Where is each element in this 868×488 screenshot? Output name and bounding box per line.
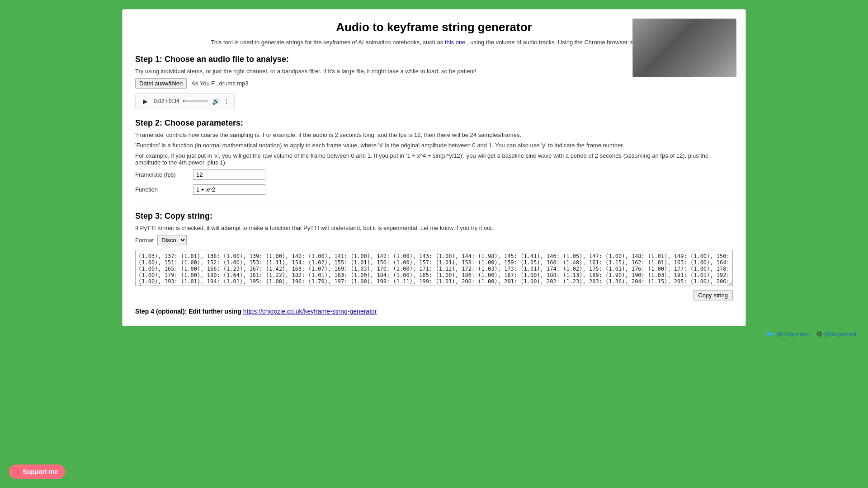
step2-heading: Step 2: Choose parameters:	[135, 118, 733, 128]
format-select[interactable]: Disco PyTTI	[157, 235, 187, 245]
twitter-handle: @chigozienri	[777, 331, 811, 338]
github-handle: @chigozieni	[824, 331, 856, 338]
volume-icon[interactable]: 🔊	[212, 98, 220, 105]
video-thumbnail	[632, 19, 736, 77]
play-icon: ▶	[143, 98, 148, 105]
framerate-input[interactable]	[193, 169, 265, 180]
copy-string-row: Copy string	[135, 290, 733, 300]
audio-player: ▶ 0:02 / 0:34 🔊 ⋮	[135, 93, 235, 109]
github-link[interactable]: ⚙ @chigozieni	[816, 330, 856, 338]
divider	[135, 202, 733, 202]
time-display: 0:02 / 0:34	[154, 98, 179, 104]
github-icon: ⚙	[816, 330, 822, 338]
file-name-display: As You F...drums.mp3	[191, 80, 248, 87]
step4-heading: Step 4 (optional): Edit further using	[135, 308, 241, 315]
file-choose-button[interactable]: Datei auswählen	[135, 78, 187, 89]
main-card: Audio to keyframe string generator This …	[122, 9, 746, 326]
progress-fill	[183, 100, 184, 102]
step4-link[interactable]: https://chigozie.co.uk/keyframe-string-g…	[243, 308, 377, 315]
more-options-icon[interactable]: ⋮	[223, 98, 230, 105]
twitter-link[interactable]: 🐦 @chigozienri	[766, 330, 811, 338]
intro-link[interactable]: this one	[445, 39, 466, 46]
intro-prefix: This tool is used to generate strings fo…	[211, 39, 443, 46]
support-label: Support me	[23, 468, 58, 475]
output-textarea[interactable]: (1.03), 137: (1.01), 138: (1.00), 139: (…	[135, 250, 733, 286]
framerate-label: Framerate (fps)	[135, 171, 189, 178]
video-image	[633, 19, 736, 77]
step2-desc2: 'Function' is a function (in normal math…	[135, 142, 733, 149]
intro-suffix: , using the volume of audio tracks. Usin…	[467, 39, 657, 46]
support-icon: ♥	[16, 468, 20, 475]
step4-text: Step 4 (optional): Edit further using ht…	[135, 308, 733, 315]
file-row: Datei auswählen As You F...drums.mp3	[135, 78, 733, 89]
function-row: Function	[135, 184, 733, 195]
step2-desc3: For example, if you just put in 'x', you…	[135, 152, 733, 166]
twitter-icon: 🐦	[766, 330, 775, 338]
play-button[interactable]: ▶	[140, 96, 150, 106]
step3-desc: If PyTTI format is checked, it will atte…	[135, 225, 733, 231]
support-button[interactable]: ♥ Support me	[9, 465, 65, 479]
copy-string-button[interactable]: Copy string	[693, 290, 733, 300]
format-label: Format	[135, 237, 154, 244]
progress-bar[interactable]	[183, 100, 208, 102]
step3-heading: Step 3: Copy string:	[135, 211, 733, 221]
framerate-row: Framerate (fps)	[135, 169, 733, 180]
step2-desc1: 'Framerate' controls how coarse the samp…	[135, 131, 733, 138]
function-label: Function	[135, 186, 189, 193]
format-row: Format Disco PyTTI	[135, 235, 733, 245]
function-input[interactable]	[193, 184, 265, 195]
footer-bar: 🐦 @chigozienri ⚙ @chigozieni	[5, 326, 863, 342]
